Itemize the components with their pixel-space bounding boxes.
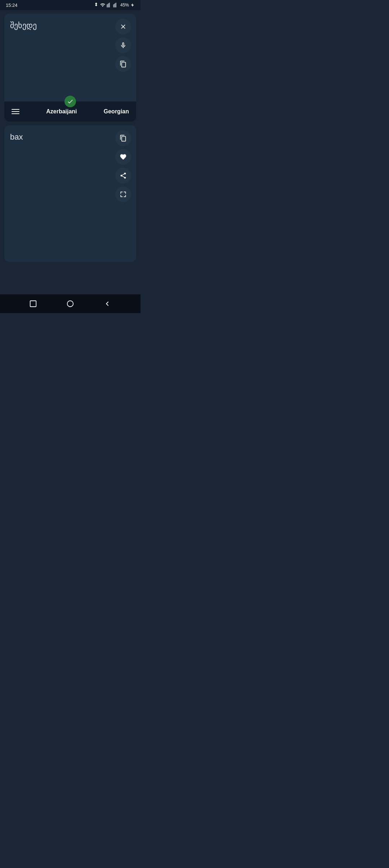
target-lang-button[interactable]: Georgian (104, 108, 129, 115)
close-icon (120, 23, 127, 30)
mic-button[interactable] (115, 37, 131, 53)
check-icon (67, 98, 73, 105)
input-card-icons (115, 19, 131, 72)
input-card: შეხედე (4, 14, 136, 122)
expand-button[interactable] (115, 186, 131, 202)
copy-output-button[interactable] (115, 130, 131, 146)
lang-bar: Azerbaijani Georgian (4, 101, 136, 122)
favorite-button[interactable] (115, 149, 131, 165)
status-icons: 45% (94, 3, 135, 8)
home-button[interactable] (63, 297, 77, 311)
expand-icon (120, 191, 127, 198)
signal-icon (107, 3, 112, 8)
svg-point-1 (67, 301, 73, 307)
heart-icon (120, 153, 127, 161)
copy-output-icon (120, 135, 127, 142)
wifi-icon (100, 3, 105, 8)
output-card: bax (4, 125, 136, 262)
back-icon (103, 300, 111, 308)
bluetooth-icon (94, 3, 99, 8)
output-card-icons (115, 130, 131, 202)
check-badge (64, 96, 76, 107)
copy-icon (120, 60, 127, 68)
svg-rect-0 (30, 301, 36, 307)
recents-button[interactable] (26, 297, 40, 311)
battery-charging-icon (130, 3, 135, 7)
signal-icon-2 (113, 3, 118, 8)
input-text[interactable]: შეხედე (10, 21, 37, 30)
mic-icon (120, 42, 127, 49)
copy-input-button[interactable] (115, 56, 131, 72)
menu-button[interactable] (12, 109, 19, 114)
battery-text: 45% (120, 3, 129, 8)
share-icon (120, 172, 127, 179)
circle-icon (66, 300, 74, 308)
source-lang-button[interactable]: Azerbaijani (46, 108, 77, 115)
nav-bar (0, 294, 140, 313)
main-content: შეხედე (0, 10, 140, 294)
back-button[interactable] (100, 297, 115, 311)
close-button[interactable] (115, 19, 131, 35)
square-icon (29, 300, 37, 308)
output-text: bax (10, 132, 23, 141)
share-button[interactable] (115, 168, 131, 184)
status-bar: 15:24 45% (0, 0, 140, 10)
status-time: 15:24 (6, 3, 18, 8)
